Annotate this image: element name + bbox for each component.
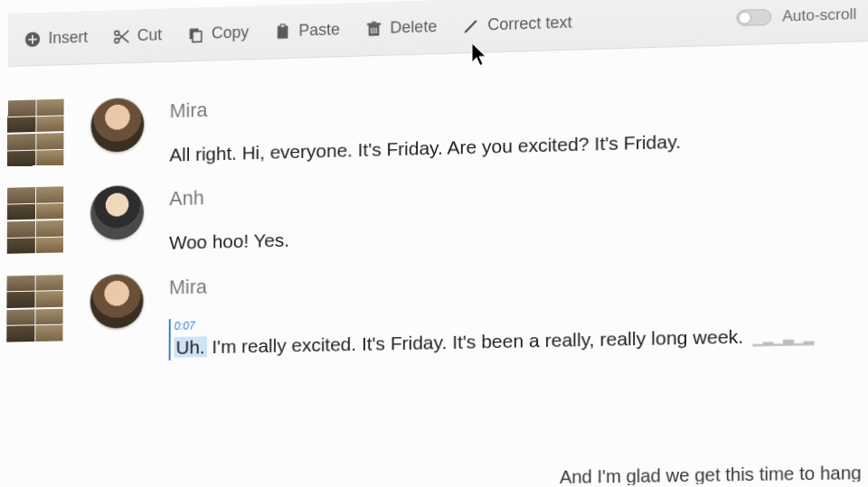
transcript-row: Mira All right. Hi, everyone. It's Frida… xyxy=(7,76,868,172)
transcript-text[interactable]: Woo hoo! Yes. xyxy=(169,228,289,256)
clipboard-icon xyxy=(274,23,292,41)
cut-label: Cut xyxy=(137,25,162,45)
delete-label: Delete xyxy=(390,17,437,38)
video-thumbnail xyxy=(6,275,62,308)
speaker-name: Mira xyxy=(169,262,814,299)
svg-rect-10 xyxy=(367,23,381,25)
insert-button[interactable]: Insert xyxy=(24,28,88,49)
cut-button[interactable]: Cut xyxy=(112,25,162,45)
speaker-avatar xyxy=(90,97,146,154)
waveform-icon: ▁▂▁▃▁▂ xyxy=(752,329,814,346)
toggle-knob xyxy=(738,11,750,24)
copy-icon xyxy=(187,24,205,42)
video-thumbnail xyxy=(6,308,62,342)
transcript-text[interactable]: 0:07 Uh. I'm really excited. It's Friday… xyxy=(169,305,814,361)
insert-label: Insert xyxy=(48,28,88,48)
transcript-row: Mira 0:07 Uh. I'm really excited. It's F… xyxy=(6,257,868,363)
video-thumbnail xyxy=(7,99,63,133)
toggle-track xyxy=(736,8,771,25)
video-thumbnail xyxy=(7,187,63,220)
svg-rect-12 xyxy=(371,27,372,33)
speaker-name: Mira xyxy=(170,85,682,123)
clip-thumbnails[interactable] xyxy=(7,99,63,167)
delete-button[interactable]: Delete xyxy=(365,17,438,38)
paste-button[interactable]: Paste xyxy=(274,20,340,41)
copy-button[interactable]: Copy xyxy=(187,23,250,43)
speaker-avatar xyxy=(90,273,145,330)
selected-text[interactable]: Uh. xyxy=(175,336,207,358)
video-thumbnail xyxy=(7,133,63,166)
copy-label: Copy xyxy=(212,23,249,42)
paste-label: Paste xyxy=(298,20,340,40)
transcript-text[interactable]: All right. Hi, everyone. It's Friday. Ar… xyxy=(169,129,681,168)
speaker-name: Anh xyxy=(169,184,289,211)
svg-rect-2 xyxy=(28,38,37,40)
autoscroll-label: Auto-scroll xyxy=(782,5,856,25)
video-thumbnail xyxy=(7,220,63,254)
scissors-icon xyxy=(112,27,130,45)
svg-rect-13 xyxy=(373,27,374,33)
pencil-icon xyxy=(462,16,480,35)
autoscroll-toggle[interactable]: Auto-scroll xyxy=(736,5,856,26)
plus-circle-icon xyxy=(24,30,41,48)
cutoff-text: And I'm glad we get this time to hang xyxy=(560,463,862,487)
svg-rect-14 xyxy=(376,27,377,33)
speaker-avatar xyxy=(90,184,145,241)
clip-thumbnails[interactable] xyxy=(7,187,63,255)
svg-rect-11 xyxy=(372,21,376,23)
svg-rect-6 xyxy=(193,31,202,42)
svg-rect-8 xyxy=(280,23,285,26)
transcript-panel: Mira All right. Hi, everyone. It's Frida… xyxy=(5,42,868,487)
correct-text-button[interactable]: Correct text xyxy=(462,13,571,35)
clip-thumbnails[interactable] xyxy=(6,275,63,342)
correct-label: Correct text xyxy=(487,13,571,34)
trash-icon xyxy=(365,19,383,38)
transcript-row: Anh Woo hoo! Yes. xyxy=(7,166,868,259)
